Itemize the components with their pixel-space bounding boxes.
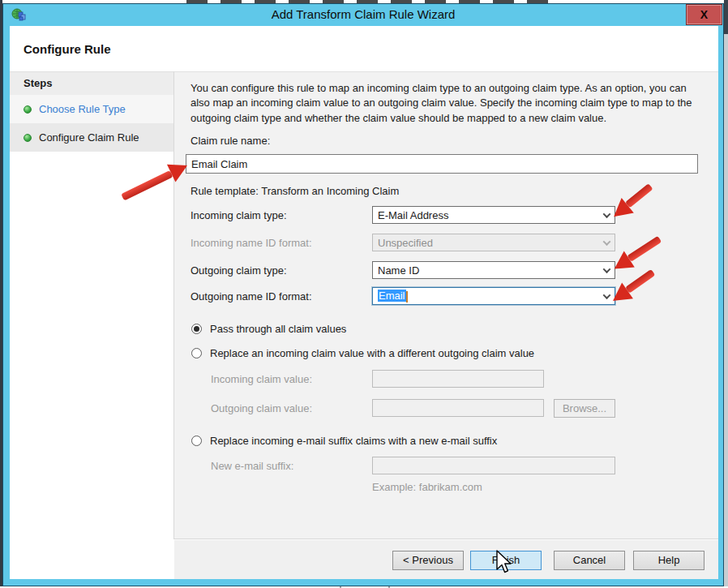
outgoing-name-id-format-combo[interactable]: Email xyxy=(372,287,615,305)
cancel-button[interactable]: Cancel xyxy=(554,551,625,570)
incoming-claim-value-input xyxy=(372,370,544,388)
steps-heading: Steps xyxy=(10,72,173,95)
window-title: Add Transform Claim Rule Wizard xyxy=(3,7,723,21)
sidebar-item-choose-rule-type[interactable]: Choose Rule Type xyxy=(10,95,173,123)
radio-replace-value[interactable]: Replace an incoming claim value with a d… xyxy=(191,347,534,359)
combo-value: Unspecified xyxy=(378,237,598,249)
radio-unselected-icon xyxy=(191,436,202,446)
outgoing-claim-type-label: Outgoing claim type: xyxy=(191,264,287,277)
radio-selected-icon xyxy=(191,324,202,334)
combo-value: Email xyxy=(378,290,598,303)
radio-pass-through[interactable]: Pass through all claim values xyxy=(191,323,346,335)
outgoing-name-id-format-label: Outgoing name ID format: xyxy=(191,290,312,303)
dialog-body: Configure Rule Steps Choose Rule Type Co… xyxy=(10,26,718,579)
new-email-suffix-input xyxy=(372,457,615,474)
sidebar-item-label: Choose Rule Type xyxy=(39,103,126,115)
incoming-claim-value-label: Incoming claim value: xyxy=(211,373,312,385)
sidebar-item-label: Configure Claim Rule xyxy=(39,131,139,144)
incoming-claim-type-combo[interactable]: E-Mail Address xyxy=(372,206,615,224)
claim-rule-name-input[interactable] xyxy=(186,154,698,174)
outgoing-claim-value-input xyxy=(372,399,544,417)
radio-unselected-icon xyxy=(191,348,202,358)
claim-rule-name-label: Claim rule name: xyxy=(191,135,270,147)
rule-description: You can configure this rule to map an in… xyxy=(191,81,704,126)
browse-button: Browse... xyxy=(554,399,615,418)
incoming-name-id-format-combo: Unspecified xyxy=(372,234,615,251)
combo-value: E-Mail Address xyxy=(378,209,598,221)
selected-text: Email xyxy=(378,290,406,302)
text-caret xyxy=(406,291,408,303)
radio-label: Replace incoming e-mail suffix claims wi… xyxy=(210,435,497,447)
help-button[interactable]: Help xyxy=(633,551,704,570)
outgoing-claim-type-combo[interactable]: Name ID xyxy=(372,261,615,279)
rule-template-text: Rule template: Transform an Incoming Cla… xyxy=(191,185,399,197)
footer-bar: < Previous Finish Cancel Help xyxy=(174,539,718,579)
radio-replace-email-suffix[interactable]: Replace incoming e-mail suffix claims wi… xyxy=(191,435,497,447)
sidebar-item-configure-claim-rule[interactable]: Configure Claim Rule xyxy=(10,123,173,152)
new-email-suffix-label: New e-mail suffix: xyxy=(211,460,293,472)
page-title: Configure Rule xyxy=(24,42,111,56)
outgoing-claim-value-label: Outgoing claim value: xyxy=(211,402,312,414)
titlebar[interactable]: Add Transform Claim Rule Wizard X xyxy=(3,4,723,26)
green-dot-icon xyxy=(24,105,32,114)
screenshot-canvas: Add Transform Claim Rule Wizard X Config… xyxy=(0,0,728,588)
combo-value: Name ID xyxy=(378,264,598,277)
previous-button[interactable]: < Previous xyxy=(392,551,464,570)
example-text: Example: fabrikam.com xyxy=(372,481,482,493)
background-right-edge-dark xyxy=(724,0,728,34)
background-right-edge xyxy=(724,0,728,588)
close-icon[interactable]: X xyxy=(686,4,722,25)
incoming-name-id-format-label: Incoming name ID format: xyxy=(191,237,312,249)
green-dot-icon xyxy=(24,134,32,142)
radio-label: Pass through all claim values xyxy=(210,323,346,335)
chevron-down-icon xyxy=(598,234,615,251)
radio-label: Replace an incoming claim value with a d… xyxy=(210,347,534,359)
mouse-cursor-icon xyxy=(495,550,514,576)
incoming-claim-type-label: Incoming claim type: xyxy=(191,209,287,221)
main-panel: You can configure this rule to map an in… xyxy=(174,72,718,539)
